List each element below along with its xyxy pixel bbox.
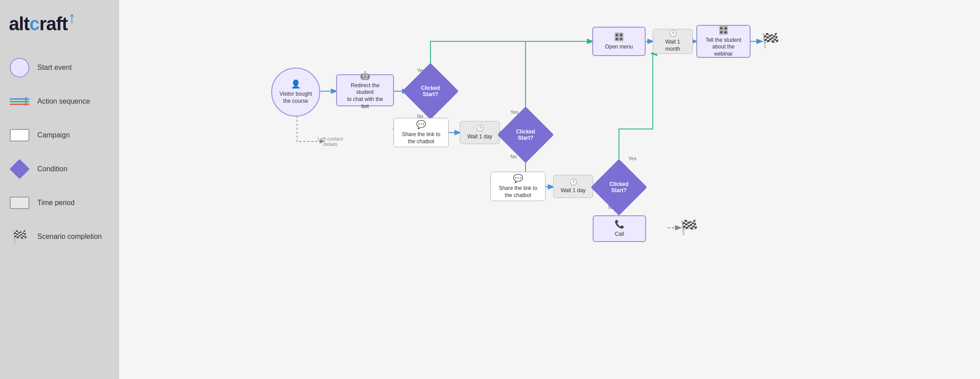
legend-label-time-period: Time period (37, 199, 75, 207)
node-flag-1: 🏁 (762, 32, 779, 49)
share-link-1-text: Share the link tothe chatbot (402, 131, 441, 145)
left-contact-label: Left contactdetails (310, 136, 350, 147)
visitor-bought-text: Visitor boughtthe course (279, 91, 312, 105)
node-wait-1day-2[interactable]: 🕐 Wait 1 day (553, 175, 593, 198)
legend-label-action-sequence: Action sequence (37, 97, 90, 105)
call-icon: 📞 (615, 219, 624, 229)
action-sequence-icon (9, 91, 30, 112)
wait-1day-1-icon: 🕐 (476, 125, 484, 132)
tell-student-text: Tell the studentabout thewebinar (706, 37, 742, 58)
legend-label-start-event: Start event (37, 64, 72, 72)
legend-label-scenario-completion: Scenario completion (37, 233, 102, 241)
sidebar: altcraft↑ Start event Action sequence Ca… (0, 0, 119, 379)
legend-label-campaign: Campaign (37, 131, 70, 139)
node-share-link-2[interactable]: 💬 Share the link tothe chatbot (490, 172, 546, 201)
tell-student-icon: 🎛️ (719, 25, 728, 35)
campaign-icon (9, 125, 30, 146)
node-visitor-bought[interactable]: 👤 Visitor boughtthe course (271, 68, 320, 117)
legend-label-condition: Condition (37, 165, 68, 173)
node-flag-2: 🏁 (680, 219, 698, 236)
flag-1-icon: 🏁 (762, 32, 779, 49)
legend-item-condition: Condition (9, 158, 110, 180)
node-tell-student[interactable]: 🎛️ Tell the studentabout thewebinar (696, 25, 751, 58)
open-menu-icon: 🎛️ (614, 32, 624, 42)
wait-1month-text: Wait 1month (665, 39, 680, 52)
share-link-2-text: Share the link tothe chatbot (499, 185, 538, 199)
node-clicked-start-2[interactable]: ClickedStart? (502, 116, 549, 154)
node-clicked-start-1[interactable]: ClickedStart? (407, 72, 454, 110)
share-link-1-icon: 💬 (416, 120, 426, 129)
share-link-2-icon: 💬 (513, 173, 523, 183)
node-redirect-student[interactable]: 🤖 Redirect the studentto chat with the b… (336, 74, 394, 106)
node-share-link-1[interactable]: 💬 Share the link tothe chatbot (394, 118, 449, 147)
legend-item-campaign: Campaign (9, 125, 110, 146)
wait-1day-2-text: Wait 1 day (561, 187, 586, 194)
logo-text: altcraft↑ (9, 13, 76, 34)
time-period-icon (9, 192, 30, 214)
start-event-icon (9, 57, 30, 78)
node-wait-1month[interactable]: 🕐 Wait 1month (653, 29, 693, 54)
node-open-menu[interactable]: 🎛️ Open menu (592, 27, 646, 56)
wait-1month-icon: 🕐 (669, 30, 677, 37)
node-call[interactable]: 📞 Call (593, 215, 646, 242)
scenario-completion-icon: 🏁 (9, 226, 30, 247)
wait-1day-1-text: Wait 1 day (467, 133, 492, 141)
wait-1day-2-icon: 🕐 (570, 178, 577, 185)
open-menu-text: Open menu (605, 44, 633, 51)
legend-item-start-event: Start event (9, 57, 110, 78)
redirect-text: Redirect the studentto chat with the bot (343, 82, 387, 110)
legend-item-action-sequence: Action sequence (9, 91, 110, 112)
node-wait-1day-1[interactable]: 🕐 Wait 1 day (460, 121, 500, 144)
flow-arrows (119, 0, 980, 379)
visitor-bought-icon: 👤 (291, 79, 301, 89)
logo: altcraft↑ (9, 13, 110, 35)
yes-label-3: Yes (628, 156, 636, 161)
redirect-icon: 🤖 (360, 71, 370, 81)
flag-2-icon: 🏁 (680, 219, 698, 236)
condition-icon (9, 158, 30, 180)
call-text: Call (615, 231, 624, 238)
no-label-2: No (510, 154, 517, 159)
flow-canvas: Yes No Yes No Yes No Left contactdetails… (119, 0, 980, 379)
legend-item-scenario-completion: 🏁 Scenario completion (9, 226, 110, 247)
legend-item-time-period: Time period (9, 192, 110, 214)
node-clicked-start-3[interactable]: ClickedStart? (596, 168, 642, 206)
